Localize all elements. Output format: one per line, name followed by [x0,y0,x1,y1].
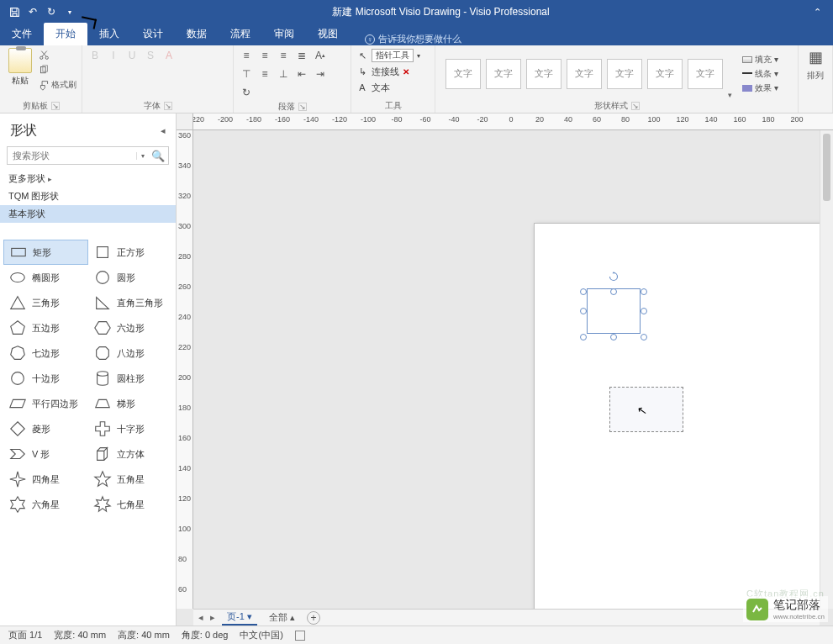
valign-bot-button[interactable]: ⊥ [276,66,291,82]
search-input[interactable] [8,149,136,162]
align-right-button[interactable]: ≡ [276,48,291,63]
align-left-button[interactable]: ≡ [239,48,254,63]
shape-7star[interactable]: 七角星 [88,492,173,517]
italic-button[interactable]: I [106,48,121,63]
status-language[interactable]: 中文(中国) [240,629,282,641]
style-gallery-more-icon[interactable]: ▾ [728,91,732,99]
dialog-launcher-icon[interactable]: ↘ [631,102,640,110]
resize-handle[interactable] [580,308,587,314]
bold-button[interactable]: B [87,48,103,63]
selected-shape[interactable] [580,282,647,340]
cut-button[interactable] [39,48,76,61]
dialog-launcher-icon[interactable]: ↘ [298,103,307,111]
shape-4star[interactable]: 四角星 [3,467,88,492]
underline-button[interactable]: U [124,48,140,63]
valign-top-button[interactable]: ⊤ [239,66,254,82]
tab-view[interactable]: 视图 [306,23,350,45]
style-preset-3[interactable]: 文字 [526,59,561,89]
shape-trapezoid[interactable]: 梯形 [88,391,173,416]
shape-ellipse[interactable]: 椭圆形 [3,265,88,290]
shape-chevron[interactable]: V 形 [3,441,88,467]
style-preset-5[interactable]: 文字 [607,59,642,89]
shape-octagon[interactable]: 八边形 [88,340,173,366]
style-preset-1[interactable]: 文字 [445,59,481,89]
effects-button[interactable]: 效果 ▾ [742,82,778,95]
valign-mid-button[interactable]: ≡ [257,66,272,82]
vertical-scrollbar[interactable] [820,130,833,609]
tab-nav-next-icon[interactable]: ▸ [210,612,215,623]
style-preset-7[interactable]: 文字 [688,59,723,89]
connector-tool-button[interactable]: ↳连接线✕ [356,64,409,79]
tell-me-search[interactable]: ♀ 告诉我你想要做什么 [365,33,461,45]
shape-heptagon[interactable]: 七边形 [3,340,88,366]
tab-nav-prev-icon[interactable]: ◂ [198,612,203,623]
shape-6star[interactable]: 六角星 [3,492,88,517]
resize-handle[interactable] [580,334,587,340]
align-center-button[interactable]: ≡ [257,48,272,63]
record-macro-icon[interactable] [295,631,305,641]
shape-triangle[interactable]: 三角形 [3,290,88,315]
shape-diamond[interactable]: 菱形 [3,416,88,441]
line-button[interactable]: 线条 ▾ [742,67,778,81]
shape-cylinder[interactable]: 圆柱形 [88,366,173,391]
shape-parallelogram[interactable]: 平行四边形 [3,391,88,416]
indent-dec-button[interactable]: ⇤ [294,66,309,82]
horizontal-ruler[interactable]: -220-200-180-160-140-120-100-80-60-40-20… [193,113,833,130]
add-page-button[interactable]: + [307,611,320,625]
shapes-search[interactable]: ▾ 🔍 [7,146,169,165]
stencil-tqm[interactable]: TQM 图形状 [0,187,176,205]
format-painter-button[interactable]: 格式刷 [39,78,76,92]
rotate-text-button[interactable]: ↻ [239,85,254,100]
shape-5star[interactable]: 五角星 [88,467,173,492]
copy-button[interactable] [39,63,76,77]
text-tool-button[interactable]: A文本 [356,80,390,95]
resize-handle[interactable] [641,288,647,295]
rotate-handle[interactable] [609,270,619,280]
font-size-button[interactable]: A▴ [313,48,328,63]
drawing-canvas[interactable]: ↖ [193,130,820,609]
close-icon[interactable]: ✕ [403,67,409,77]
chevron-left-icon[interactable]: ◂ [161,125,166,136]
qat-dropdown-icon[interactable]: ▾ [64,6,76,18]
resize-handle[interactable] [610,334,617,340]
style-preset-2[interactable]: 文字 [486,59,521,89]
style-preset-4[interactable]: 文字 [567,59,602,89]
font-color-button[interactable]: A [161,48,177,63]
more-shapes-item[interactable]: 更多形状 [0,170,176,187]
shape-pentagon[interactable]: 五边形 [3,315,88,340]
undo-icon[interactable]: ↶ [27,6,39,18]
tab-data[interactable]: 数据 [175,23,219,45]
tab-file[interactable]: 文件 [0,23,44,45]
paste-button[interactable]: 粘贴 [5,48,35,87]
resize-handle[interactable] [580,288,587,295]
shape-cross[interactable]: 十字形 [88,416,173,441]
strike-button[interactable]: S [143,48,158,63]
resize-handle[interactable] [610,288,617,295]
shape-square[interactable]: 正方形 [88,240,173,265]
dialog-launcher-icon[interactable]: ↘ [164,102,172,110]
save-icon[interactable] [8,6,20,18]
shape-right-triangle[interactable]: 直角三角形 [88,290,173,315]
shape-rectangle[interactable]: 矩形 [3,240,88,265]
vertical-ruler[interactable]: 3603403203002802602402202001801601401201… [177,130,193,609]
fill-button[interactable]: 填充 ▾ [742,53,778,66]
shape-cube[interactable]: 立方体 [88,441,173,467]
shape-hexagon[interactable]: 六边形 [88,315,173,340]
tab-design[interactable]: 设计 [131,23,175,45]
scrollbar-thumb[interactable] [823,134,830,201]
bullets-button[interactable]: ≣ [294,48,309,63]
indent-inc-button[interactable]: ⇥ [313,66,328,82]
arrange-icon[interactable]: ▦ [809,48,823,66]
all-pages-tab[interactable]: 全部 ▴ [264,610,300,625]
resize-handle[interactable] [641,308,647,314]
shape-circle[interactable]: 圆形 [88,265,173,290]
stencil-basic-shapes[interactable]: 基本形状 [0,205,176,223]
tab-review[interactable]: 审阅 [262,23,306,45]
pointer-tool-button[interactable]: ↖指针工具▾ [356,48,420,63]
tab-process[interactable]: 流程 [219,23,262,45]
shape-decagon[interactable]: 十边形 [3,366,88,391]
tab-home[interactable]: 开始 [44,23,87,45]
ribbon-collapse-icon[interactable]: ⌃ [806,7,828,18]
search-dropdown-icon[interactable]: ▾ [136,152,148,160]
page-tab-1[interactable]: 页-1 ▾ [222,610,257,626]
